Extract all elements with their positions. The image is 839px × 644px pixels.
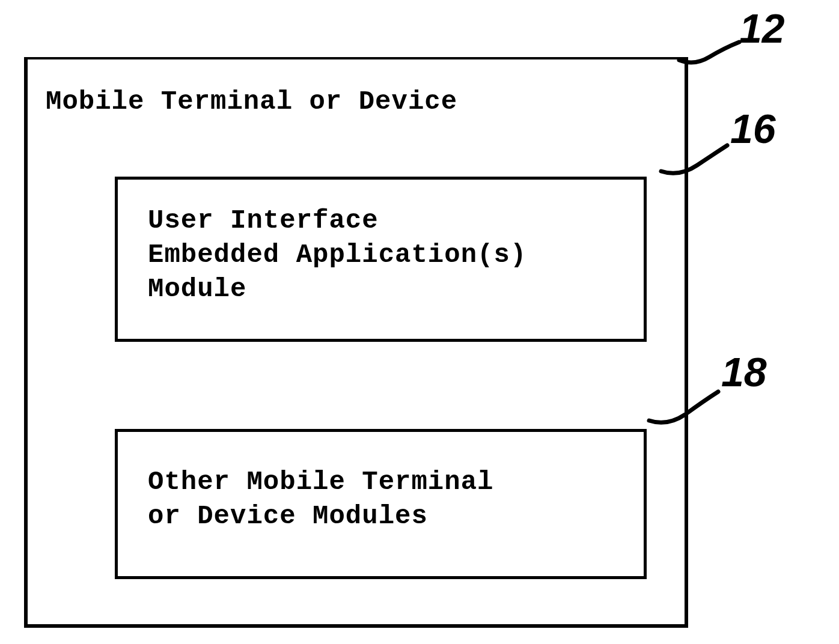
reference-number-12: 12: [739, 5, 785, 52]
leader-line-16-icon: [658, 138, 733, 180]
inner-box-1-line2: Embedded Application(s): [148, 238, 526, 272]
inner-box-1-line3: Module: [148, 272, 526, 306]
inner-box-1-line1: User Interface: [148, 204, 526, 238]
leader-line-18-icon: [646, 384, 724, 430]
inner-box-2-line1: Other Mobile Terminal: [148, 465, 494, 499]
outer-box-title: Mobile Terminal or Device: [46, 87, 457, 117]
inner-box-2-text: Other Mobile Terminal or Device Modules: [148, 465, 494, 533]
inner-box-1-text: User Interface Embedded Application(s) M…: [148, 204, 526, 307]
leader-line-12-icon: [676, 33, 745, 69]
inner-box-other-modules: Other Mobile Terminal or Device Modules: [115, 429, 647, 579]
outer-container-box: Mobile Terminal or Device User Interface…: [24, 57, 688, 628]
inner-box-ui-module: User Interface Embedded Application(s) M…: [115, 177, 647, 342]
reference-number-18: 18: [721, 348, 767, 395]
inner-box-2-line2: or Device Modules: [148, 499, 494, 533]
reference-number-16: 16: [730, 105, 776, 152]
